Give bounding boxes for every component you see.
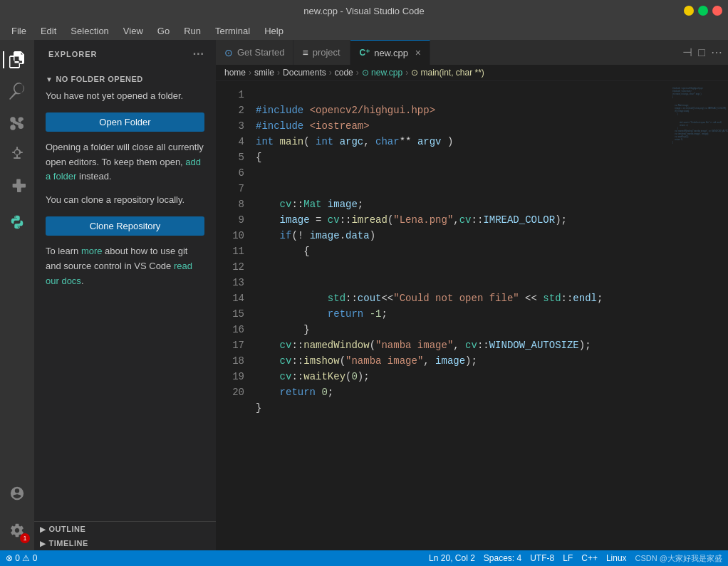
- menubar: File Edit Selection View Go Run Terminal…: [0, 21, 728, 40]
- learn-more-text: To learn more about how to use git and s…: [46, 244, 204, 288]
- toggle-panel-icon[interactable]: □: [698, 46, 705, 59]
- get-started-tab-icon: ⊙: [224, 47, 233, 58]
- breadcrumb-documents[interactable]: Documents: [283, 68, 326, 78]
- split-editor-icon[interactable]: ⊣: [682, 46, 692, 59]
- project-tab-icon: ≡: [302, 47, 308, 58]
- status-right: Ln 20, Col 2 Spaces: 4 UTF-8 LF C++ Linu…: [429, 553, 722, 564]
- status-os[interactable]: Linux: [606, 553, 627, 563]
- tab-get-started[interactable]: ⊙ Get Started: [216, 40, 293, 65]
- clone-repo-text: You can clone a repository locally.: [46, 193, 204, 208]
- breadcrumb-home[interactable]: home: [224, 68, 246, 78]
- title-text: new.cpp - Visual Studio Code: [303, 6, 425, 16]
- outline-section[interactable]: ▶ OUTLINE: [34, 522, 216, 536]
- status-position[interactable]: Ln 20, Col 2: [429, 553, 475, 563]
- menu-edit[interactable]: Edit: [35, 24, 62, 38]
- status-language[interactable]: C++: [581, 553, 598, 563]
- sidebar-content: ▼ NO FOLDER OPENED You have not yet open…: [34, 66, 216, 521]
- editor-area: ⊙ Get Started ≡ project C⁺ new.cpp × ⊣ □…: [216, 40, 728, 550]
- status-eol[interactable]: LF: [563, 553, 573, 563]
- tab-close-icon[interactable]: ×: [415, 47, 421, 58]
- sidebar-header: EXPLORER ⋯: [34, 40, 216, 66]
- menu-help[interactable]: Help: [259, 24, 289, 38]
- folder-section: ▼ NO FOLDER OPENED: [46, 72, 204, 86]
- explorer-activity-icon[interactable]: [3, 46, 31, 74]
- debug-activity-icon[interactable]: [3, 140, 31, 168]
- maximize-button[interactable]: [698, 6, 708, 16]
- breadcrumb-sep-1: ›: [249, 68, 251, 78]
- timeline-arrow: ▶: [40, 540, 46, 547]
- tab-project[interactable]: ≡ project: [293, 40, 350, 65]
- window-controls: [684, 6, 722, 16]
- extensions-activity-icon[interactable]: [3, 171, 31, 199]
- status-watermark: CSDN @大家好我是家盛: [635, 553, 722, 564]
- minimize-button[interactable]: [684, 6, 694, 16]
- status-spaces[interactable]: Spaces: 4: [484, 553, 521, 563]
- menu-terminal[interactable]: Terminal: [209, 24, 256, 38]
- outline-label: OUTLINE: [49, 525, 86, 533]
- more-actions-icon[interactable]: ⋯: [711, 46, 722, 59]
- settings-activity-icon[interactable]: 1: [3, 516, 31, 545]
- close-button[interactable]: [712, 6, 722, 16]
- minimap-content: #include <opencv2/highgui.hpp> #include …: [671, 81, 728, 550]
- tab-new-cpp-label: new.cpp: [374, 48, 408, 58]
- sidebar: EXPLORER ⋯ ▼ NO FOLDER OPENED You have n…: [34, 40, 216, 550]
- tab-project-label: project: [313, 47, 340, 58]
- code-editor[interactable]: 12345 678910 1112131415 1617181920 #incl…: [216, 81, 728, 550]
- menu-file[interactable]: File: [6, 24, 32, 38]
- tab-new-cpp[interactable]: C⁺ new.cpp ×: [350, 40, 430, 65]
- sidebar-title: EXPLORER: [48, 50, 98, 58]
- breadcrumb-sep-4: ›: [356, 68, 359, 78]
- menu-go[interactable]: Go: [152, 24, 175, 38]
- python-activity-icon[interactable]: [3, 208, 31, 236]
- breadcrumb: home › smile › Documents › code › ⊙ new.…: [216, 65, 728, 81]
- line-numbers: 12345 678910 1112131415 1617181920: [216, 81, 250, 550]
- clone-repository-button[interactable]: Clone Repository: [46, 216, 204, 236]
- folder-arrow: ▼: [46, 75, 53, 83]
- open-folder-info-before: Opening a folder will close all currentl…: [46, 142, 204, 167]
- breadcrumb-sep-3: ›: [329, 68, 332, 78]
- account-activity-icon[interactable]: [3, 479, 31, 508]
- breadcrumb-code[interactable]: code: [335, 68, 353, 78]
- learn-more-after: .: [81, 276, 84, 286]
- breadcrumb-cpp[interactable]: ⊙ new.cpp: [362, 68, 402, 78]
- menu-run[interactable]: Run: [178, 24, 207, 38]
- menu-view[interactable]: View: [118, 24, 149, 38]
- breadcrumb-sep-5: ›: [405, 68, 408, 78]
- tabs-bar: ⊙ Get Started ≡ project C⁺ new.cpp × ⊣ □…: [216, 40, 728, 65]
- titlebar: new.cpp - Visual Studio Code: [0, 0, 728, 21]
- timeline-label: TIMELINE: [49, 539, 88, 547]
- main-layout: 1 EXPLORER ⋯ ▼ NO FOLDER OPENED You have…: [0, 40, 728, 550]
- sidebar-more-icon[interactable]: ⋯: [192, 47, 204, 61]
- status-encoding[interactable]: UTF-8: [530, 553, 554, 563]
- open-folder-info-after: instead.: [76, 171, 111, 182]
- status-left: ⊗ 0 ⚠ 0: [6, 553, 37, 563]
- open-folder-button[interactable]: Open Folder: [46, 112, 204, 132]
- minimap: #include <opencv2/highgui.hpp> #include …: [671, 81, 728, 550]
- settings-badge: 1: [20, 533, 30, 543]
- statusbar: ⊗ 0 ⚠ 0 Ln 20, Col 2 Spaces: 4 UTF-8 LF …: [0, 550, 728, 566]
- tab-get-started-label: Get Started: [237, 47, 284, 58]
- breadcrumb-sep-2: ›: [277, 68, 280, 78]
- cpp-tab-icon: C⁺: [359, 48, 370, 58]
- search-activity-icon[interactable]: [3, 77, 31, 105]
- source-control-activity-icon[interactable]: [3, 108, 31, 137]
- activitybar: 1: [0, 40, 34, 550]
- no-folder-label: NO FOLDER OPENED: [56, 75, 142, 83]
- status-errors[interactable]: ⊗ 0 ⚠ 0: [6, 553, 37, 563]
- outline-arrow: ▶: [40, 525, 46, 533]
- breadcrumb-smile[interactable]: smile: [254, 68, 274, 78]
- open-folder-info: Opening a folder will close all currentl…: [46, 140, 204, 184]
- code-content[interactable]: #include <opencv2/highgui.hpp> #include …: [250, 81, 671, 550]
- learn-more-before: To learn: [46, 246, 81, 256]
- timeline-section[interactable]: ▶ TIMELINE: [34, 536, 216, 550]
- no-folder-text: You have not yet opened a folder.: [46, 89, 204, 104]
- tabs-actions: ⊣ □ ⋯: [682, 46, 728, 59]
- learn-more-link[interactable]: more: [81, 246, 103, 256]
- breadcrumb-main[interactable]: ⊙ main(int, char **): [411, 68, 484, 78]
- menu-selection[interactable]: Selection: [65, 24, 114, 38]
- no-folder-title[interactable]: ▼ NO FOLDER OPENED: [46, 72, 204, 86]
